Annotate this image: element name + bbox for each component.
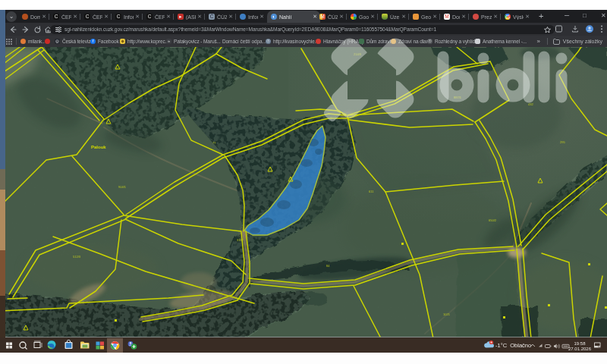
svg-text:-1°C Oblačno: -1°C Oblačno [495, 342, 531, 349]
svg-text:19:58: 19:58 [574, 341, 586, 346]
svg-text:27.01.2026: 27.01.2026 [568, 347, 592, 351]
